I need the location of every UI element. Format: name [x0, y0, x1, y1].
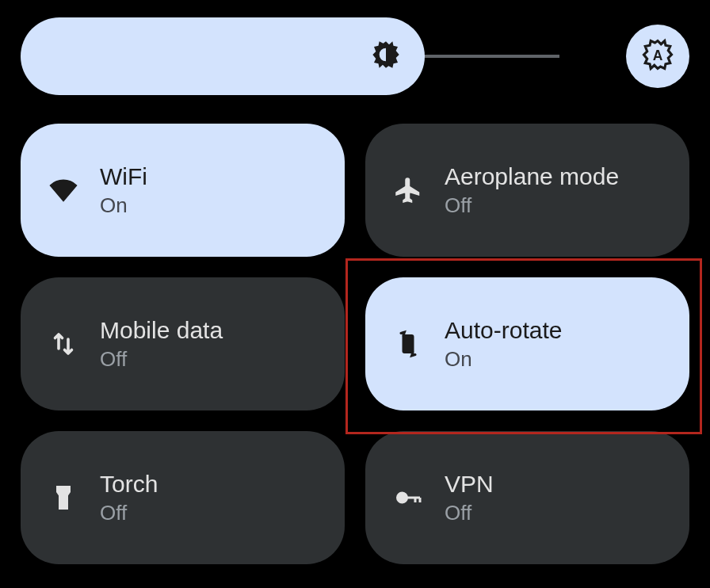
- vpn-icon: [389, 479, 427, 517]
- auto-brightness-button[interactable]: A: [626, 25, 689, 88]
- brightness-thumb[interactable]: [347, 17, 425, 95]
- tile-airplane-status: Off: [445, 193, 619, 218]
- tile-torch-label: Torch: [100, 471, 158, 498]
- tile-torch[interactable]: Torch Off: [21, 431, 345, 564]
- tile-vpn-status: Off: [445, 501, 494, 525]
- tile-vpn-label: VPN: [445, 471, 494, 498]
- mobile-data-icon: [44, 325, 82, 363]
- tile-airplane[interactable]: Aeroplane mode Off: [365, 124, 689, 257]
- tile-vpn[interactable]: VPN Off: [365, 431, 689, 564]
- tile-auto-rotate-label: Auto-rotate: [445, 317, 562, 344]
- airplane-icon: [389, 171, 427, 209]
- tile-wifi-label: WiFi: [100, 163, 147, 190]
- tile-wifi[interactable]: WiFi On: [21, 124, 345, 257]
- tile-auto-rotate[interactable]: Auto-rotate On: [365, 277, 689, 410]
- wifi-icon: [44, 171, 82, 209]
- tile-wifi-status: On: [100, 193, 147, 218]
- tile-auto-rotate-status: On: [445, 347, 562, 372]
- torch-icon: [44, 479, 82, 517]
- tile-airplane-label: Aeroplane mode: [445, 163, 619, 190]
- brightness-icon: [370, 39, 402, 74]
- auto-rotate-icon: [389, 325, 427, 363]
- tile-torch-status: Off: [100, 501, 158, 525]
- tile-mobile-data-status: Off: [100, 347, 223, 372]
- svg-rect-1: [403, 336, 413, 353]
- auto-brightness-icon: A: [641, 38, 674, 74]
- tile-mobile-data[interactable]: Mobile data Off: [21, 277, 345, 410]
- tile-mobile-data-label: Mobile data: [100, 317, 223, 344]
- svg-text:A: A: [653, 48, 663, 63]
- svg-point-4: [398, 493, 407, 502]
- brightness-slider[interactable]: [21, 17, 559, 95]
